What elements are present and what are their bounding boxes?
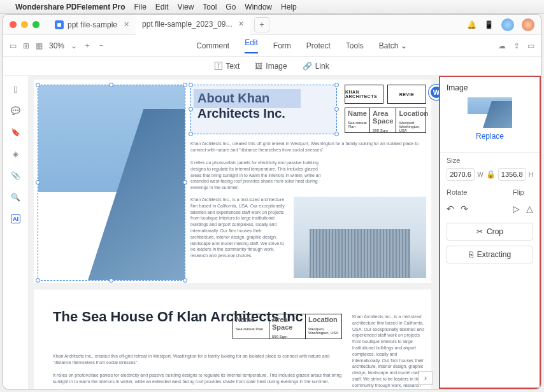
txt-handle-se[interactable]: [334, 132, 339, 136]
page2-right-text: Khan Architects Inc., is a mid-sized arc…: [352, 314, 426, 389]
tab-form[interactable]: Form: [273, 41, 291, 50]
lock-aspect-icon[interactable]: 🔒: [486, 170, 496, 179]
page1-para3: Khan Architects Inc., is a mid-sized arc…: [190, 197, 286, 259]
doc-icon: [55, 20, 64, 29]
txt-handle-w[interactable]: [189, 107, 193, 111]
size-label: Size: [447, 157, 533, 164]
share-icon[interactable]: ⇪: [513, 41, 520, 50]
app-name[interactable]: Wondershare PDFelement Pro: [15, 3, 125, 11]
tab-comment[interactable]: Comment: [196, 41, 229, 50]
txt-handle-e[interactable]: [334, 107, 339, 111]
menu-tool[interactable]: Tool: [203, 3, 217, 11]
page-2: The Sea House Of Klan Architects Inc Nam…: [34, 290, 431, 389]
resize-handle-se[interactable]: [183, 278, 187, 283]
content-area: ▯ 💬 🔖 ◈ 📎 🔍 AI: [3, 76, 541, 389]
ai-icon[interactable]: AI: [11, 214, 20, 223]
panel-toggle-icon[interactable]: ▭: [527, 41, 534, 50]
tab-tools[interactable]: Tools: [346, 41, 364, 50]
replace-button[interactable]: Replace: [447, 132, 533, 141]
menu-window[interactable]: Window: [245, 3, 272, 11]
page2-info-table: NameSea retreat Plan Area Space590 Sqm L…: [233, 314, 342, 339]
height-input[interactable]: 1356.8: [498, 168, 526, 181]
bell-icon[interactable]: 🔔: [467, 20, 476, 29]
toolbar-tabs: Comment Edit Form Protect Tools Batch ⌄: [105, 38, 498, 53]
flip-horizontal-icon[interactable]: ▷: [513, 204, 520, 214]
page2-para1: Khan Architects Inc., created this off-g…: [53, 353, 342, 366]
resize-handle-s[interactable]: [109, 278, 113, 283]
image-thumbnail[interactable]: [468, 97, 512, 128]
crop-icon: ✂: [476, 227, 483, 236]
width-input[interactable]: 2070.6: [447, 168, 475, 181]
flip-vertical-icon[interactable]: △: [526, 204, 533, 214]
link-icon: 🔗: [303, 62, 312, 71]
avatar-1[interactable]: [501, 18, 514, 31]
edit-subtoolbar: 🅃Text 🖼Image 🔗Link: [3, 57, 541, 76]
page-icon[interactable]: ▯: [13, 85, 18, 94]
comment-icon[interactable]: 💬: [11, 106, 20, 115]
extract-icon: ⎘: [469, 250, 473, 259]
zoom-in-icon[interactable]: ＋: [83, 40, 91, 51]
new-tab-button[interactable]: ＋: [254, 17, 269, 32]
resize-handle-n[interactable]: [109, 83, 113, 87]
tab-1-label: ppt file-sample: [68, 20, 117, 29]
rotate-left-icon[interactable]: ↶: [447, 204, 454, 214]
thumbnails-icon[interactable]: ⊞: [23, 41, 29, 50]
cloud-icon[interactable]: ☁: [498, 41, 506, 50]
resize-handle-w[interactable]: [36, 180, 40, 185]
height-unit: H: [529, 171, 533, 178]
window-minimize[interactable]: [21, 21, 28, 28]
tab-batch[interactable]: Batch ⌄: [379, 41, 407, 50]
tab-edit[interactable]: Edit: [245, 38, 258, 53]
tab-1[interactable]: ppt file-sample ✕: [48, 15, 136, 35]
resize-handle-nw[interactable]: [36, 83, 40, 87]
layers-icon[interactable]: ◈: [13, 150, 18, 158]
txt-handle-nw[interactable]: [189, 83, 193, 87]
edit-image-button[interactable]: 🖼Image: [255, 62, 287, 71]
left-sidebar: ▯ 💬 🔖 ◈ 📎 🔍 AI: [3, 76, 29, 389]
width-unit: W: [477, 171, 483, 178]
extract-button[interactable]: ⎘Extracting: [447, 246, 533, 263]
menu-edit[interactable]: Edit: [155, 3, 169, 11]
menu-file[interactable]: File: [134, 3, 147, 11]
crop-button[interactable]: ✂Crop: [447, 223, 533, 241]
tab-2[interactable]: ppt file-sample_2023_09... ✕: [136, 15, 250, 35]
document-canvas[interactable]: About Khan Architects Inc. KHAN ARCHITEC…: [29, 76, 439, 389]
sidebar-toggle-icon[interactable]: ▭: [10, 41, 17, 50]
image-properties-panel: Image Replace Size 2070.6 W 🔒 1356.8 H R…: [439, 76, 541, 389]
resize-handle-e[interactable]: [183, 180, 187, 185]
menu-help[interactable]: Help: [281, 3, 297, 11]
avatar-2[interactable]: [522, 18, 534, 31]
attachment-icon[interactable]: 📎: [11, 171, 20, 180]
edit-text-button[interactable]: 🅃Text: [215, 62, 240, 71]
rotate-right-icon[interactable]: ↷: [461, 204, 468, 214]
bookmark-icon[interactable]: 🔖: [11, 128, 20, 137]
text-selection: [194, 89, 301, 108]
tab-1-close-icon[interactable]: ✕: [124, 20, 129, 29]
window-close[interactable]: [10, 21, 17, 28]
rotate-label: Rotate: [447, 188, 468, 196]
search-icon[interactable]: 🔍: [11, 193, 20, 202]
title-block[interactable]: About Khan Architects Inc.: [190, 85, 337, 134]
zoom-out-icon[interactable]: －: [97, 40, 105, 51]
logo-review: REVIE: [387, 85, 426, 104]
device-icon[interactable]: 📱: [484, 20, 494, 29]
txt-handle-sw[interactable]: [189, 132, 193, 136]
rotate-flip-row: Rotate ↶ ↷ Flip ▷ △: [447, 188, 533, 214]
grid-icon[interactable]: ▦: [36, 41, 43, 50]
resize-handle-ne[interactable]: [183, 83, 187, 87]
zoom-level[interactable]: 30%: [49, 41, 64, 50]
tab-2-close-icon[interactable]: ✕: [238, 20, 244, 28]
window-maximize[interactable]: [32, 21, 39, 28]
titlebar: ppt file-sample ✕ ppt file-sample_2023_0…: [3, 15, 541, 35]
menu-view[interactable]: View: [178, 3, 194, 11]
selected-image[interactable]: [38, 85, 185, 281]
chevron-down-icon[interactable]: ⌄: [71, 41, 77, 50]
next-page-button[interactable]: ›: [419, 371, 433, 385]
page-1: About Khan Architects Inc. KHAN ARCHITEC…: [34, 80, 431, 283]
edit-link-button[interactable]: 🔗Link: [303, 62, 329, 71]
tab-protect[interactable]: Protect: [306, 41, 331, 50]
menu-go[interactable]: Go: [225, 3, 236, 11]
resize-handle-sw[interactable]: [36, 278, 40, 283]
txt-handle-ne[interactable]: [334, 83, 339, 87]
main-toolbar: ▭ ⊞ ▦ 30% ⌄ ＋ － Comment Edit Form Protec…: [3, 35, 541, 57]
